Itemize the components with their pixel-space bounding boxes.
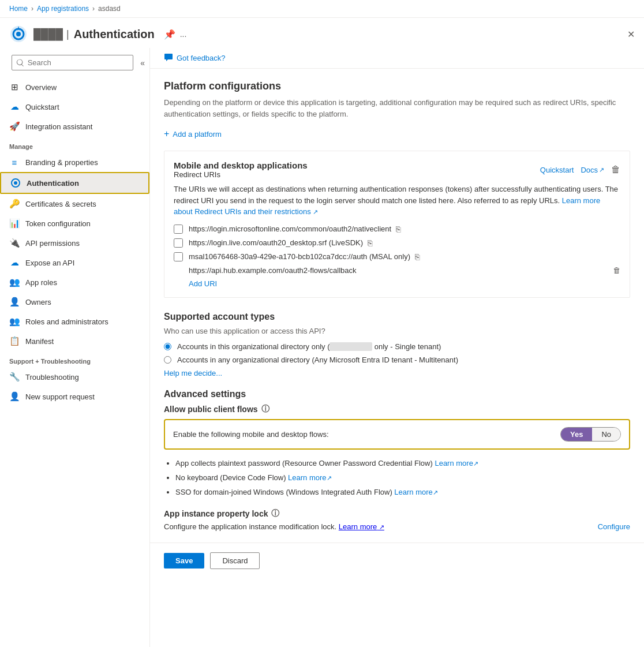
close-button[interactable]: ✕: [627, 29, 635, 40]
sidebar-label-expose-api: Expose an API: [25, 259, 74, 267]
content-body: Platform configurations Depending on the…: [150, 69, 644, 543]
yes-no-toggle[interactable]: Yes No: [560, 427, 621, 442]
sidebar-item-api-permissions[interactable]: 🔌 API permissions: [0, 233, 149, 253]
uri-checkbox-1[interactable]: [174, 238, 183, 248]
mobile-desktop-platform-card: Mobile and desktop applications Redirect…: [164, 151, 630, 298]
sidebar-label-api-permissions: API permissions: [25, 239, 80, 248]
bullet-item-0: App collects plaintext password (Resourc…: [175, 457, 630, 470]
configure-link[interactable]: Configure: [598, 522, 630, 531]
sidebar-label-owners: Owners: [25, 298, 51, 306]
sidebar-item-owners[interactable]: 👤 Owners: [0, 292, 149, 312]
allow-public-flows-label: Allow public client flows ⓘ: [164, 404, 630, 414]
roles-admins-icon: 👥: [9, 316, 20, 327]
plain-uri-delete-button[interactable]: 🗑: [613, 266, 620, 275]
feedback-label[interactable]: Got feedback?: [177, 54, 226, 62]
save-button[interactable]: Save: [164, 553, 204, 569]
sidebar-item-token-config[interactable]: 📊 Token configuration: [0, 214, 149, 233]
uri-copy-button-0[interactable]: ⎘: [396, 225, 400, 234]
content-area: Got feedback? Platform configurations De…: [150, 48, 644, 647]
radio-multi-tenant-input[interactable]: [164, 356, 171, 364]
sidebar: « ⊞ Overview ☁ Quickstart 🚀 Integration …: [0, 48, 150, 647]
uri-copy-button-1[interactable]: ⎘: [368, 238, 372, 248]
uri-text-1: https://login.live.com/oauth20_desktop.s…: [189, 238, 363, 247]
lock-learn-more-link[interactable]: Learn more ↗: [339, 522, 384, 531]
sidebar-item-quickstart[interactable]: ☁ Quickstart: [0, 97, 149, 117]
api-permissions-icon: 🔌: [9, 238, 20, 248]
sidebar-label-manifest: Manifest: [25, 337, 54, 346]
redirect-learn-more-link[interactable]: Learn more about Redirect URIs and their…: [174, 196, 600, 216]
owners-icon: 👤: [9, 297, 20, 307]
authentication-nav-icon: [10, 178, 21, 188]
toggle-no-button[interactable]: No: [592, 428, 620, 441]
sidebar-item-manifest[interactable]: 📋 Manifest: [0, 331, 149, 351]
manage-section-label: Manage: [0, 136, 149, 152]
lock-desc-text: Configure the application instance modif…: [164, 522, 384, 531]
external-link-icon-2: ↗: [313, 208, 318, 215]
auth-icon: [9, 25, 28, 43]
advanced-settings: Advanced settings Allow public client fl…: [164, 389, 630, 531]
header-actions: 📌 ...: [164, 29, 187, 40]
sidebar-item-expose-api[interactable]: ☁ Expose an API: [0, 253, 149, 272]
sidebar-item-troubleshooting[interactable]: 🔧 Troubleshooting: [0, 367, 149, 387]
docs-label: Docs: [581, 166, 598, 174]
certificates-icon: 🔑: [9, 199, 20, 209]
sidebar-item-authentication[interactable]: Authentication: [0, 172, 149, 194]
ext-icon-2: ↗: [433, 489, 438, 496]
sidebar-item-integration[interactable]: 🚀 Integration assistant: [0, 117, 149, 136]
sidebar-label-new-support: New support request: [25, 392, 95, 401]
sidebar-item-branding[interactable]: ≡ Branding & properties: [0, 152, 149, 172]
add-platform-button[interactable]: + Add a platform: [164, 129, 222, 139]
sidebar-label-certificates: Certificates & secrets: [25, 200, 96, 208]
uri-checkbox-0[interactable]: [174, 225, 183, 234]
platform-config-title: Platform configurations: [164, 80, 630, 92]
account-types-title: Supported account types: [164, 312, 630, 322]
sidebar-item-new-support[interactable]: 👤 New support request: [0, 387, 149, 406]
collapse-sidebar-button[interactable]: «: [140, 58, 145, 68]
allow-public-info-icon[interactable]: ⓘ: [261, 404, 269, 414]
discard-button[interactable]: Discard: [210, 552, 260, 569]
sidebar-item-app-roles[interactable]: 👥 App roles: [0, 272, 149, 292]
sidebar-label-authentication: Authentication: [27, 179, 79, 188]
svg-point-4: [14, 181, 17, 185]
uri-copy-button-2[interactable]: ⎘: [415, 252, 420, 261]
breadcrumb: Home › App registrations › asdasd: [0, 0, 644, 18]
pin-icon[interactable]: 📌: [164, 29, 175, 40]
learn-more-link-2[interactable]: Learn more↗: [394, 488, 437, 496]
radio-single-tenant[interactable]: Accounts in this organizational director…: [164, 342, 630, 351]
sidebar-item-roles-admins[interactable]: 👥 Roles and administrators: [0, 312, 149, 331]
plain-uri-text: https://api.hub.example.com/oauth2-flows…: [189, 266, 357, 275]
ext-icon-1: ↗: [327, 474, 332, 481]
search-box[interactable]: [12, 55, 133, 70]
more-options-icon[interactable]: ...: [180, 29, 187, 39]
uri-row-2: msal10676468-30a9-429e-a170-bcb102ca7dcc…: [174, 252, 620, 261]
search-input[interactable]: [28, 58, 129, 67]
learn-more-link-0[interactable]: Learn more↗: [435, 459, 478, 468]
platform-quickstart-link[interactable]: Quickstart: [540, 166, 574, 174]
radio-multi-tenant[interactable]: Accounts in any organizational directory…: [164, 356, 630, 364]
breadcrumb-app-registrations[interactable]: App registrations: [37, 5, 89, 13]
plain-uri-row: https://api.hub.example.com/oauth2-flows…: [189, 266, 620, 275]
help-me-decide-link[interactable]: Help me decide...: [164, 369, 630, 377]
learn-more-link-1[interactable]: Learn more↗: [288, 473, 331, 482]
toggle-yes-button[interactable]: Yes: [561, 428, 592, 441]
app-instance-info-icon[interactable]: ⓘ: [271, 508, 279, 519]
platform-delete-button[interactable]: 🗑: [611, 164, 620, 175]
troubleshooting-icon: 🔧: [9, 372, 20, 382]
bullet-item-2: SSO for domain-joined Windows (Windows I…: [175, 485, 630, 499]
breadcrumb-home[interactable]: Home: [9, 5, 28, 13]
app-name-label: ████: [33, 28, 63, 40]
app-instance-lock-title: App instance property lock: [164, 509, 268, 518]
uri-checkbox-2[interactable]: [174, 252, 183, 261]
radio-single-tenant-label: Accounts in this organizational director…: [177, 342, 441, 351]
platform-docs-link[interactable]: Docs ↗: [581, 166, 604, 174]
platform-card-subtitle: Redirect URIs: [174, 170, 308, 179]
sidebar-item-overview[interactable]: ⊞ Overview: [0, 77, 149, 97]
radio-single-tenant-input[interactable]: [164, 343, 171, 350]
mobile-flows-list: App collects plaintext password (Resourc…: [175, 457, 630, 499]
overview-icon: ⊞: [9, 82, 20, 92]
sidebar-label-troubleshooting: Troubleshooting: [25, 373, 79, 382]
add-uri-button[interactable]: Add URI: [189, 279, 217, 288]
sidebar-item-certificates[interactable]: 🔑 Certificates & secrets: [0, 194, 149, 214]
branding-icon: ≡: [9, 157, 20, 167]
svg-point-2: [16, 32, 21, 36]
